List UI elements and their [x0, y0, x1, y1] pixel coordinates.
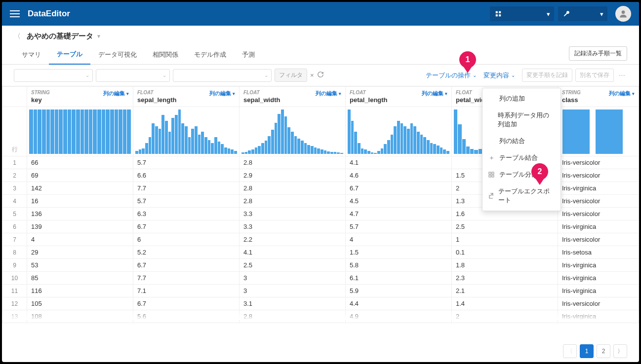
cell-idx: 1 [2, 156, 27, 169]
user-avatar[interactable] [615, 6, 631, 22]
reload-icon[interactable] [317, 71, 324, 79]
svg-rect-3 [499, 14, 501, 16]
cell-idx: 13 [2, 310, 27, 323]
save-as-button: 別名で保存 [575, 69, 614, 82]
cell-sepal_width: 3.3 [240, 220, 346, 233]
tab-visualization[interactable]: データ可視化 [90, 46, 145, 64]
column-edit-menu[interactable]: 列の編集 [609, 90, 635, 97]
cell-sepal_width: 3.3 [240, 208, 346, 220]
chevron-down-icon: ⌄ [162, 73, 166, 78]
cell-petal_length: 4.5 [346, 195, 452, 208]
cell-sepal_length: 7.1 [133, 285, 240, 297]
column-edit-menu[interactable]: 列の編集 [103, 90, 129, 97]
filter-select-3[interactable]: ⌄ [173, 69, 272, 82]
cell-key: 66 [27, 156, 133, 169]
top-navbar: DataEditor ▾ ▾ [2, 2, 639, 26]
column-name: class [562, 96, 635, 104]
table-row[interactable]: 9536.72.55.81.8Iris-virginica [2, 259, 639, 272]
cell-key: 53 [27, 259, 133, 272]
page-1[interactable]: 1 [580, 344, 594, 358]
menu-export-table[interactable]: テーブルエクスポート [482, 183, 561, 209]
clear-filter-icon[interactable]: × [310, 72, 314, 79]
column-header-class: STRING class 列の編集 [558, 87, 639, 107]
cell-class: Iris-virginica [558, 220, 639, 233]
recorded-steps-button[interactable]: 記録済み手順一覧 [569, 46, 627, 61]
table-row[interactable]: 8295.24.11.50.1Iris-setosa [2, 246, 639, 259]
cell-key: 108 [27, 310, 133, 323]
histogram-key [27, 107, 133, 156]
cell-class: Iris-virginica [558, 310, 639, 323]
cell-sepal_width: 4.1 [240, 246, 346, 259]
more-icon[interactable]: ⋯ [617, 72, 627, 79]
cell-idx: 5 [2, 208, 27, 220]
menu-split-table[interactable]: テーブル分割 [482, 166, 561, 183]
table-row[interactable]: 61396.73.35.72.5Iris-virginica [2, 220, 639, 233]
table-row[interactable]: 121056.73.14.41.4Iris-versicolor [2, 297, 639, 310]
histogram-sepal_width [240, 107, 346, 156]
tab-correlation[interactable]: 相関関係 [145, 46, 186, 64]
page-prev[interactable]: 〈 [563, 344, 577, 358]
tab-model[interactable]: モデル作成 [186, 46, 234, 64]
column-name: sepal_width [243, 96, 341, 104]
histogram-class [558, 107, 639, 156]
tab-summary[interactable]: サマリ [14, 46, 49, 64]
cell-class: Iris-virginica [558, 272, 639, 285]
svg-point-4 [622, 10, 625, 14]
cell-sepal_length: 5.7 [133, 156, 240, 169]
page-next[interactable]: 〉 [613, 344, 627, 358]
menu-icon[interactable] [10, 10, 20, 17]
cell-sepal_width: 2.8 [240, 310, 346, 323]
menu-join-table[interactable]: ＋テーブル結合 [482, 149, 561, 166]
svg-rect-1 [499, 11, 501, 13]
column-edit-menu[interactable]: 列の編集 [209, 90, 235, 97]
tab-table[interactable]: テーブル [49, 46, 90, 65]
cell-key: 29 [27, 246, 133, 259]
svg-rect-2 [496, 14, 498, 16]
menu-add-ts-column[interactable]: 時系列データ用の列追加 [482, 107, 561, 133]
wrench-icon [563, 10, 570, 17]
column-header-sepal_length: FLOAT sepal_length 列の編集 [133, 87, 240, 107]
svg-rect-6 [492, 172, 494, 174]
dataset-title-label: あやめの基礎データ [27, 32, 93, 41]
cell-key: 139 [27, 220, 133, 233]
cell-key: 69 [27, 169, 133, 182]
cell-sepal_length: 6.7 [133, 297, 240, 310]
callout-2: 2 [531, 163, 548, 185]
table-row[interactable]: 111167.135.92.1Iris-virginica [2, 285, 639, 297]
menu-add-column[interactable]: 列の追加 [482, 90, 561, 107]
cell-key: 16 [27, 195, 133, 208]
cell-idx: 9 [2, 259, 27, 272]
back-chevron-icon[interactable]: 〈 [14, 32, 21, 41]
cell-key: 116 [27, 285, 133, 297]
changes-menu[interactable]: 変更内容⌄ [483, 71, 515, 80]
column-edit-menu[interactable]: 列の編集 [316, 90, 341, 97]
cell-petal_length: 4.4 [346, 297, 452, 310]
column-edit-menu[interactable]: 列の編集 [422, 90, 447, 97]
table-row[interactable]: 7462.241Iris-versicolor [2, 233, 639, 246]
filter-select-1[interactable]: ⌄ [14, 69, 93, 82]
dataset-title[interactable]: あやめの基礎データ ▼ [27, 32, 101, 41]
page-2[interactable]: 2 [597, 344, 610, 358]
cell-sepal_length: 7.7 [133, 272, 240, 285]
caret-down-icon: ▾ [600, 10, 603, 18]
cell-class: Iris-versicolor [558, 195, 639, 208]
table-row[interactable]: 131085.62.84.92Iris-virginica [2, 310, 639, 323]
cell-sepal_length: 7.7 [133, 182, 240, 195]
cell-petal_width: 1.4 [452, 297, 558, 310]
tab-predict[interactable]: 予測 [234, 46, 263, 64]
cell-sepal_width: 3 [240, 272, 346, 285]
column-header-key: STRING key 列の編集 [27, 87, 133, 107]
filter-select-2[interactable]: ⌄ [96, 69, 170, 82]
table-row[interactable]: 10857.736.12.3Iris-virginica [2, 272, 639, 285]
tools-selector[interactable]: ▾ [558, 6, 607, 21]
project-selector[interactable]: ▾ [490, 6, 554, 21]
split-icon [488, 172, 496, 178]
cell-sepal_width: 2.2 [240, 233, 346, 246]
chevron-down-icon: ⌄ [511, 73, 515, 78]
cell-petal_width: 0.1 [452, 246, 558, 259]
menu-merge-columns[interactable]: 列の結合 [482, 133, 561, 149]
plus-icon: ＋ [488, 153, 496, 162]
cell-sepal_length: 5.6 [133, 310, 240, 323]
column-name: petal_length [350, 96, 447, 104]
filter-button[interactable]: フィルタ [275, 69, 307, 82]
